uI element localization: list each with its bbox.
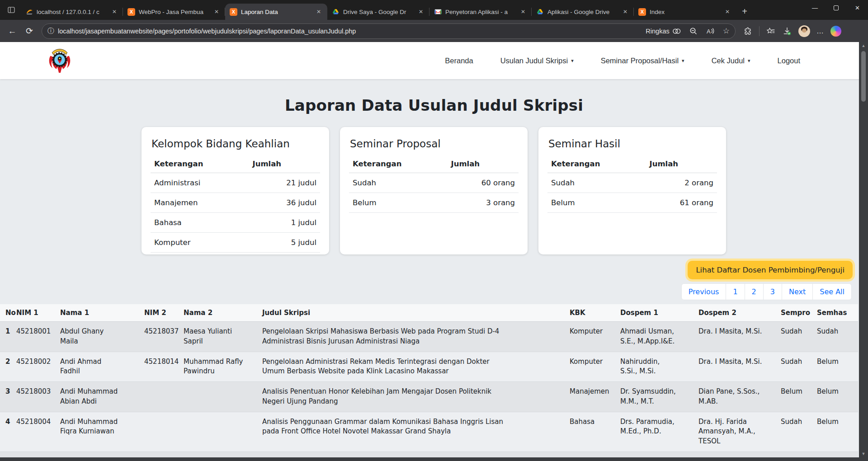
favorites-bar-icon[interactable] [766,26,776,36]
card-row: Belum3 orang [349,193,519,213]
tab-close-icon[interactable]: ✕ [621,8,629,16]
copilot-summarize-button[interactable]: Ringkas [646,28,681,35]
zoom-out-icon[interactable] [689,26,698,36]
browser-tab-webpro[interactable]: X WebPro - Jasa Pembua ✕ [123,4,225,20]
xampp-icon: X [127,8,135,16]
summary-cards: Kelompok Bidang Keahlian Keterangan Juml… [142,127,726,254]
downloads-icon[interactable] [782,26,792,36]
no-cell: 5 [0,452,16,457]
col-kbk: KBK [570,304,620,322]
tab-close-icon[interactable]: ✕ [315,8,323,16]
nav-links: Beranda Usulan Judul Skripsi▾ Seminar Pr… [445,56,800,65]
nav-item-usulan-judul-skripsi[interactable]: Usulan Judul Skripsi▾ [500,56,574,65]
pagination-page-2[interactable]: 2 [745,284,764,300]
scrollbar-thumb[interactable] [861,51,866,102]
browser-tab-penyetoran[interactable]: Penyetoran Aplikasi - a ✕ [429,4,532,20]
col-dospem2: Dospem 2 [698,304,781,322]
card-col-keterangan: Keterangan [547,155,646,173]
nav-label: Cek Judul [712,56,745,65]
browser-tab-laporan-data-active[interactable]: X Laporan Data ✕ [225,4,327,20]
keterangan-value: Administrasi [151,173,249,193]
jumlah-value: 3 orang [448,193,519,213]
nim1-cell: 45218005 [16,452,60,457]
svg-text:A: A [707,28,711,35]
nama2-cell [184,452,262,457]
refresh-button[interactable]: ⟳ [22,24,37,39]
read-aloud-icon[interactable]: A [706,26,716,36]
pagination-previous[interactable]: Previous [682,284,726,300]
dospem1-cell [620,452,698,457]
table-row: 1 45218001 Abdul Ghany Maila 45218037 Ma… [0,322,858,352]
browser-tab-aplikasi-drive[interactable]: Aplikasi - Google Drive ✕ [532,4,634,20]
col-nama1: Nama 1 [60,304,144,322]
page-scrollbar[interactable]: ▲ ▼ [859,42,868,457]
dospem2-cell [698,452,781,457]
close-button[interactable]: ✕ [847,0,868,15]
url-text[interactable]: localhost/jasapembuatanwebsite/pages/por… [58,28,642,35]
browser-tab-drive-saya[interactable]: Drive Saya - Google Dr ✕ [327,4,429,20]
nim1-cell: 45218004 [16,412,60,452]
nav-item-beranda[interactable]: Beranda [445,56,473,65]
nav-item-cek-judul[interactable]: Cek Judul▾ [712,56,750,65]
pagination-page-3[interactable]: 3 [764,284,782,300]
semhas-cell: Belum [817,352,858,382]
nama1-cell: Andi Muhammad Fiqra Kurniawan [60,412,144,452]
copilot-icon[interactable] [830,26,841,37]
new-tab-button[interactable]: + [738,5,751,18]
pagination-next[interactable]: Next [782,284,813,300]
dospem1-cell: Nahiruddin, S.Si., M.Si. [620,352,698,382]
jumlah-value: 2 orang [646,173,717,193]
nama1-cell: Andi Muhammad Abian Abdi [60,382,144,412]
nav-item-logout[interactable]: Logout [778,56,800,65]
nim2-cell: 45218014 [144,352,184,382]
minimize-button[interactable]: — [804,0,826,15]
settings-menu-icon[interactable]: … [816,27,824,35]
judul-cell: Pengelolaan Administrasi Rekam Medis Ter… [262,352,570,382]
copilot-glasses-icon [672,28,681,35]
browser-tab-index[interactable]: X Index ✕ [634,4,736,20]
chevron-down-icon: ▾ [682,58,684,64]
xampp-icon: X [230,8,237,16]
dospem1-cell: Ahmadi Usman, S.E., M.App.I&E. [620,322,698,352]
semhas-cell: Belum [817,452,858,457]
lihat-daftar-dosen-button[interactable]: Lihat Daftar Dosen Pembimbing/Penguji [688,261,853,279]
back-button[interactable]: ← [5,24,20,39]
pagination-page-1[interactable]: 1 [726,284,745,300]
maximize-button[interactable] [826,0,847,15]
jumlah-value: 36 judul [249,193,321,213]
browser-tab-phpmyadmin[interactable]: localhost / 127.0.0.1 / c ✕ [21,4,123,20]
extensions-icon[interactable] [743,26,753,36]
kbk-cell: Bahasa [570,412,620,452]
pagination-see-all[interactable]: See All [813,284,851,300]
card-row: Komputer5 judul [151,233,320,253]
nama1-cell: Abdul Ghany Maila [60,322,144,352]
window-controls: — ✕ [804,0,868,15]
card-seminar-hasil: Seminar Hasil Keterangan Jumlah Sudah2 o… [538,127,726,254]
card-row: Belum61 orang [547,193,717,213]
semhas-cell: Belum [817,412,858,452]
tab-actions-menu-button[interactable] [5,3,18,17]
scrollbar-down-arrow[interactable]: ▼ [862,450,866,457]
tab-close-icon[interactable]: ✕ [417,8,425,16]
table-row: 3 45218003 Andi Muhammad Abian Abdi Anal… [0,382,858,412]
nama2-cell [184,382,262,412]
main-content: Laporan Data Usulan Judul Skripsi Kelomp… [0,79,868,457]
address-bar[interactable]: ⓘ localhost/jasapembuatanwebsite/pages/p… [42,24,736,39]
browser-tab-strip: localhost / 127.0.0.1 / c ✕ X WebPro - J… [0,0,868,20]
tab-close-icon[interactable]: ✕ [110,8,118,16]
scrollbar-up-arrow[interactable]: ▲ [862,42,866,49]
site-info-icon[interactable]: ⓘ [47,27,54,35]
window-bottom-edge [0,457,868,461]
card-title: Seminar Hasil [548,138,717,150]
nav-label: Beranda [445,56,473,65]
kbk-cell: Komputer [570,352,620,382]
nav-item-seminar-proposal-hasil[interactable]: Seminar Proposal/Hasil▾ [601,56,684,65]
tab-close-icon[interactable]: ✕ [723,8,731,16]
xampp-icon: X [638,8,646,16]
profile-avatar[interactable] [798,25,810,37]
bookmark-star-icon[interactable]: ☆ [723,26,730,36]
dospem2-cell: Dra. I Masita, M.Si. [698,322,781,352]
sempro-cell: Sudah [781,452,817,457]
tab-close-icon[interactable]: ✕ [212,8,221,16]
tab-close-icon[interactable]: ✕ [519,8,527,16]
